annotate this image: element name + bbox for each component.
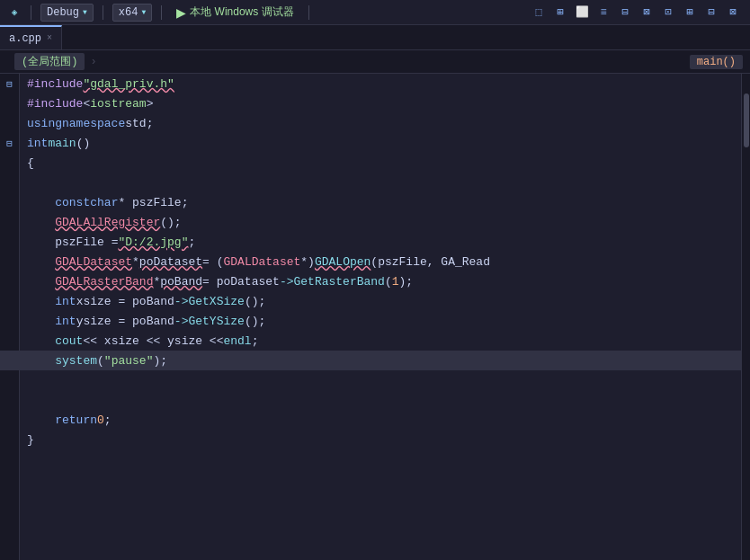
- code-token: endl: [223, 334, 251, 348]
- code-token: int: [55, 295, 76, 308]
- code-token: "D:/2.jpg": [118, 236, 188, 249]
- tab-close-button[interactable]: ×: [47, 33, 52, 43]
- titlebar-icon-group: ◈: [7, 5, 22, 20]
- code-token: = (: [202, 255, 223, 269]
- code-token: *: [153, 275, 160, 289]
- code-token: cout: [55, 334, 83, 348]
- code-token: ;: [104, 413, 112, 427]
- breadcrumb-scope[interactable]: (全局范围): [14, 53, 85, 70]
- x64-dropdown-arrow: ▼: [141, 8, 146, 16]
- tabbar: a.cpp ×: [0, 25, 750, 50]
- code-line-16: [20, 370, 741, 390]
- code-editor[interactable]: #include "gdal_priv.h" #include<iostream…: [20, 74, 741, 560]
- vs-logo: ◈: [7, 5, 22, 20]
- code-line-14: cout << xsize << ysize << endl;: [20, 331, 741, 351]
- margin-row-5: [0, 153, 19, 173]
- margin-collapse-1[interactable]: ⊟: [0, 74, 19, 93]
- code-token: );: [399, 275, 414, 289]
- code-token: 0: [97, 413, 104, 427]
- code-token: "pause": [104, 354, 154, 368]
- toolbar-btn-4[interactable]: ≡: [594, 3, 613, 22]
- debug-play-button[interactable]: ▶ 本地 Windows 调试器: [171, 4, 299, 21]
- toolbar-btn-10[interactable]: ⊠: [723, 3, 743, 22]
- code-token: [27, 176, 55, 190]
- code-token: namespace: [62, 117, 125, 130]
- breadcrumb-method[interactable]: main(): [690, 55, 743, 69]
- code-token: GetRasterBand: [294, 275, 385, 289]
- code-token: ->: [174, 295, 189, 308]
- code-line-5: {: [20, 153, 741, 173]
- code-token: *: [132, 255, 139, 269]
- play-icon: ▶: [176, 5, 186, 20]
- editor-margin: ⊟ ⊟: [0, 74, 20, 560]
- code-token: [27, 196, 55, 209]
- margin-row-7: [0, 192, 19, 212]
- margin-row-6: [0, 173, 19, 192]
- vertical-scrollbar[interactable]: [741, 74, 750, 560]
- toolbar-btn-6[interactable]: ⊠: [637, 3, 656, 22]
- code-token: );: [153, 354, 167, 368]
- toolbar-btn-9[interactable]: ⊟: [701, 3, 721, 22]
- sep3: [161, 5, 162, 20]
- code-token: [27, 315, 55, 328]
- toolbar-btn-2[interactable]: ⊞: [550, 3, 570, 22]
- code-token: (pszFile, GA_Read: [371, 255, 490, 269]
- code-token: int: [55, 315, 76, 328]
- debug-label: Debug: [47, 6, 79, 19]
- code-token: [27, 255, 55, 269]
- toolbar-btn-1[interactable]: ⬚: [529, 3, 549, 22]
- code-token: ->: [280, 275, 294, 289]
- code-token: const: [55, 196, 90, 209]
- breadcrumb-sep: ›: [90, 56, 96, 68]
- toolbar-btn-5[interactable]: ⊟: [615, 3, 635, 22]
- code-token: >: [147, 97, 154, 111]
- code-line-19: }: [20, 430, 741, 449]
- toolbar-btn-7[interactable]: ⊡: [658, 3, 678, 22]
- margin-row-13: [0, 311, 19, 331]
- sep1: [31, 5, 31, 20]
- code-token: (: [385, 275, 392, 289]
- code-token: poBand: [160, 275, 202, 289]
- toolbar-btn-8[interactable]: ⊞: [680, 3, 700, 22]
- code-token: [27, 275, 55, 289]
- code-token: int: [27, 137, 48, 150]
- code-token: system: [55, 354, 97, 368]
- tab-acpp[interactable]: a.cpp ×: [0, 25, 62, 49]
- code-line-12: int xsize = poBand->GetXSize();: [20, 291, 741, 311]
- code-token: << xsize << ysize <<: [83, 334, 223, 348]
- code-token: <: [83, 97, 90, 111]
- code-token: ;: [188, 236, 195, 249]
- code-line-17: [20, 390, 741, 410]
- margin-row-3: [0, 113, 19, 133]
- code-token: using: [27, 117, 62, 130]
- margin-row-17: [0, 390, 19, 410]
- toolbar-buttons: ⬚ ⊞ ⬜ ≡ ⊟ ⊠ ⊡ ⊞ ⊟ ⊠: [529, 3, 743, 22]
- margin-row-9: [0, 232, 19, 252]
- code-token: [27, 334, 55, 348]
- x64-dropdown[interactable]: x64 ▼: [112, 4, 152, 22]
- scrollbar-thumb[interactable]: [744, 93, 749, 147]
- debug-dropdown[interactable]: Debug ▼: [40, 4, 94, 22]
- code-line-15: system("pause");: [20, 351, 741, 370]
- code-token: char: [90, 196, 118, 209]
- margin-row-14: [0, 331, 19, 351]
- code-token: iostream: [90, 97, 146, 111]
- code-token: GDALRasterBand: [55, 275, 153, 289]
- code-token: [27, 295, 55, 308]
- margin-row-8: [0, 212, 19, 232]
- code-token: GetXSize: [188, 295, 244, 308]
- code-token: pszFile =: [55, 236, 118, 249]
- code-token: 1: [392, 275, 399, 289]
- toolbar-btn-3[interactable]: ⬜: [572, 3, 592, 22]
- code-line-2: #include<iostream>: [20, 93, 741, 113]
- code-token: ->: [174, 315, 189, 328]
- code-token: }: [27, 433, 34, 447]
- code-token: "gdal_priv.h": [83, 77, 174, 91]
- code-token: GDALDataset: [223, 255, 300, 269]
- code-token: GDALAllRegister: [55, 216, 160, 229]
- code-token: poDataset: [139, 255, 202, 269]
- code-token: "gdal_priv.h": [83, 77, 174, 91]
- margin-collapse-4[interactable]: ⊟: [0, 133, 19, 153]
- margin-row-12: [0, 291, 19, 311]
- margin-row-2: [0, 93, 19, 113]
